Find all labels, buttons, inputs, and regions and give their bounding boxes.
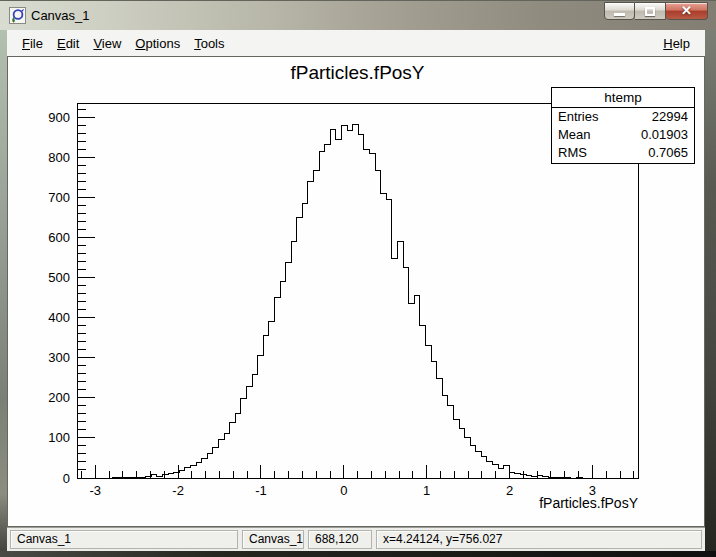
- y-tick-label: 900: [48, 110, 70, 125]
- minimize-button[interactable]: [604, 2, 635, 20]
- window-controls: ✕: [604, 2, 708, 20]
- x-tick-label: -2: [172, 483, 184, 498]
- menu-item-tools[interactable]: Tools: [187, 33, 231, 54]
- histogram-line: [77, 124, 638, 478]
- x-tick-label: 3: [589, 483, 596, 498]
- stats-row: Entries 22994: [552, 108, 694, 126]
- x-tick-label: -3: [89, 483, 101, 498]
- y-tick-label: 100: [48, 430, 70, 445]
- stats-label: RMS: [558, 144, 587, 162]
- plot-title: fParticles.fPosY: [290, 62, 424, 83]
- status-segment-canvas-name: Canvas_1: [10, 530, 238, 549]
- y-tick-label: 800: [48, 150, 70, 165]
- canvas-window: Canvas_1 ✕ File Edit View Options Tools …: [0, 0, 716, 557]
- stats-title: htemp: [552, 88, 694, 108]
- menu-item-help[interactable]: Help: [656, 33, 697, 54]
- stats-label: Entries: [558, 108, 598, 126]
- window-border-right: [705, 30, 716, 557]
- close-button[interactable]: ✕: [666, 2, 708, 20]
- y-tick-label: 200: [48, 390, 70, 405]
- status-segment-pixel-coords: 688,120: [308, 530, 372, 549]
- y-tick-label: 300: [48, 350, 70, 365]
- window-title: Canvas_1: [31, 1, 90, 30]
- plot-canvas[interactable]: fParticles.fPosYfParticles.fPosY01002003…: [7, 56, 705, 527]
- stats-row: RMS 0.7065: [552, 144, 694, 162]
- x-tick-label: 0: [340, 483, 347, 498]
- stats-row: Mean 0.01903: [552, 126, 694, 144]
- menubar: File Edit View Options Tools Help: [7, 30, 705, 56]
- y-tick-label: 600: [48, 230, 70, 245]
- menu-item-edit[interactable]: Edit: [50, 33, 86, 54]
- stats-box[interactable]: htemp Entries 22994 Mean 0.01903 RMS 0.7…: [551, 87, 695, 164]
- status-segment-user-coords: x=4.24124, y=756.027: [376, 530, 702, 549]
- stats-label: Mean: [558, 126, 591, 144]
- window-border-bottom: [0, 551, 716, 557]
- close-icon: ✕: [681, 3, 692, 19]
- root-app-icon: [9, 7, 26, 24]
- menu-item-view[interactable]: View: [86, 33, 128, 54]
- status-segment-object: Canvas_1: [242, 530, 304, 549]
- statusbar: Canvas_1 Canvas_1 688,120 x=4.24124, y=7…: [7, 527, 705, 551]
- y-tick-label: 400: [48, 310, 70, 325]
- maximize-button[interactable]: [635, 2, 666, 20]
- x-tick-label: 1: [423, 483, 430, 498]
- stats-value: 0.01903: [641, 126, 688, 144]
- stats-value: 0.7065: [648, 144, 688, 162]
- titlebar[interactable]: Canvas_1 ✕: [0, 0, 716, 30]
- y-tick-label: 700: [48, 190, 70, 205]
- stats-value: 22994: [652, 108, 688, 126]
- x-tick-label: -1: [255, 483, 267, 498]
- y-tick-label: 500: [48, 270, 70, 285]
- x-tick-label: 2: [506, 483, 513, 498]
- menu-item-file[interactable]: File: [15, 33, 50, 54]
- minimize-icon: [614, 13, 625, 16]
- restore-icon: [645, 7, 655, 16]
- menu-item-options[interactable]: Options: [128, 33, 187, 54]
- window-border-left: [0, 30, 7, 557]
- y-tick-label: 0: [63, 471, 70, 486]
